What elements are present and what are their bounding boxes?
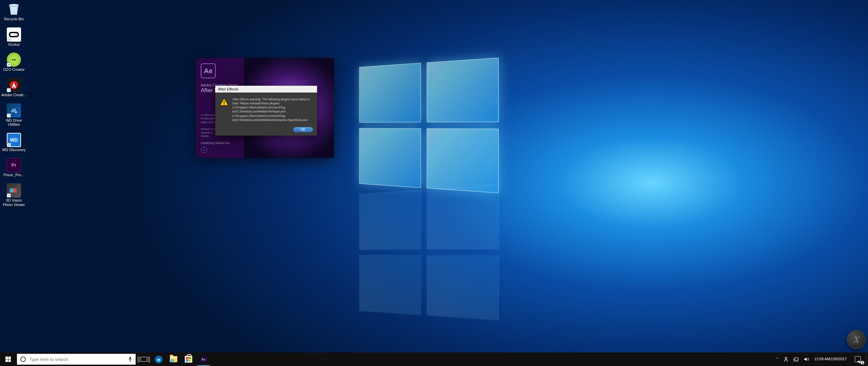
windows-logo-icon bbox=[5, 357, 11, 362]
shortcut-arrow-icon: ↗ bbox=[7, 194, 11, 198]
taskbar-app-store[interactable] bbox=[181, 352, 196, 366]
desktop-icon-wd-discovery[interactable]: WD ↗ WD Discovery bbox=[1, 133, 26, 152]
taskbar-app-file-explorer[interactable] bbox=[166, 352, 181, 366]
show-desktop-button[interactable] bbox=[866, 352, 868, 366]
desktop-icon-recycle-bin[interactable]: Recycle Bin bbox=[1, 2, 26, 21]
wd-utilities-icon: ↗ bbox=[7, 103, 21, 118]
ozo-icon: •• ↗ bbox=[7, 53, 21, 67]
recycle-bin-icon bbox=[7, 2, 21, 16]
warning-icon: ! bbox=[219, 97, 229, 107]
dialog-message-intro: After Effects warning: The following plu… bbox=[232, 98, 310, 105]
shortcut-arrow-icon: ↗ bbox=[7, 63, 11, 67]
edge-icon: e bbox=[155, 355, 162, 363]
file-explorer-icon bbox=[170, 356, 177, 362]
shortcut-arrow-icon: ↗ bbox=[7, 114, 11, 118]
desktop-icon-adobe-cc[interactable]: ↗ Adobe Creati... bbox=[1, 78, 26, 97]
floating-app-button[interactable]: X bbox=[847, 330, 866, 349]
search-input[interactable] bbox=[29, 357, 125, 362]
dialog-path-2: C:\Program Files\Adobe\Common\Plug-ins\7… bbox=[232, 114, 308, 122]
desktop-icon-label: Adobe Creati... bbox=[1, 93, 26, 97]
premiere-project-icon: Pr bbox=[7, 158, 21, 172]
tray-network-icon[interactable] bbox=[791, 352, 801, 366]
svg-rect-5 bbox=[13, 188, 17, 192]
desktop-icon-label: WD Drive Utilities bbox=[1, 118, 26, 127]
notification-badge: 3 bbox=[861, 361, 864, 364]
desktop-icon-label: OZO Creator bbox=[3, 67, 25, 72]
action-center-button[interactable]: 3 bbox=[850, 352, 866, 366]
desktop-icon-label: WD Discovery bbox=[2, 148, 26, 152]
desktop-icon-label: Pricer_Pre... bbox=[3, 173, 24, 177]
tray-clock[interactable]: 12:09 AM 12/8/2017 bbox=[811, 352, 850, 366]
task-view-button[interactable] bbox=[136, 352, 151, 366]
task-view-icon bbox=[140, 357, 147, 362]
desktop-icon-label: Recycle Bin bbox=[4, 17, 24, 21]
ae-warning-dialog: After Effects ! After Effects warning: T… bbox=[215, 86, 317, 136]
shortcut-arrow-icon: ↗ bbox=[7, 38, 11, 42]
adobe-cc-icon: ↗ bbox=[7, 78, 21, 92]
creative-cloud-icon: ∞ bbox=[201, 147, 207, 153]
desktop-icon-label: Oculus bbox=[8, 42, 20, 47]
tray-date: 12/8/2017 bbox=[830, 357, 847, 361]
dialog-title-bar[interactable]: After Effects bbox=[215, 86, 317, 93]
svg-rect-1 bbox=[9, 33, 18, 37]
dialog-path-1: C:\Program Files\Adobe\Common\Plug-ins\7… bbox=[232, 106, 286, 113]
desktop-icon-3d-vision[interactable]: ↗ 3D Vision Photo Viewer bbox=[1, 183, 26, 207]
svg-text:!: ! bbox=[223, 100, 225, 105]
taskbar-search[interactable] bbox=[17, 354, 136, 365]
tray-people-icon[interactable] bbox=[781, 352, 791, 366]
start-button[interactable] bbox=[0, 352, 16, 366]
svg-rect-4 bbox=[10, 188, 13, 192]
taskbar-app-edge[interactable]: e bbox=[151, 352, 166, 366]
dialog-message: After Effects warning: The following plu… bbox=[232, 97, 313, 122]
microphone-icon[interactable] bbox=[128, 357, 132, 362]
3d-vision-icon: ↗ bbox=[7, 183, 21, 198]
ae-logo-icon: Ae bbox=[201, 63, 216, 78]
tray-overflow-button[interactable]: ˄ bbox=[774, 352, 781, 366]
svg-rect-10 bbox=[795, 358, 798, 360]
svg-point-0 bbox=[9, 4, 19, 6]
notification-icon bbox=[855, 356, 861, 362]
wallpaper-windows-logo bbox=[359, 58, 499, 193]
svg-point-3 bbox=[15, 111, 17, 113]
system-tray: ˄ 12:09 AM 12/8/2017 3 bbox=[774, 352, 868, 366]
svg-point-8 bbox=[785, 357, 787, 359]
taskbar: e Ae ˄ 12:09 AM 12/8/2017 bbox=[0, 352, 868, 366]
desktop-icon-pricer-pre[interactable]: Pr Pricer_Pre... bbox=[1, 158, 26, 177]
after-effects-icon: Ae bbox=[200, 355, 207, 363]
tray-time: 12:09 AM bbox=[814, 357, 830, 361]
shortcut-arrow-icon: ↗ bbox=[7, 143, 11, 147]
desktop-icon-ozo-creator[interactable]: •• ↗ OZO Creator bbox=[1, 53, 26, 72]
shortcut-arrow-icon: ↗ bbox=[7, 88, 11, 92]
ok-button[interactable]: OK bbox=[293, 127, 313, 132]
taskbar-app-after-effects[interactable]: Ae bbox=[196, 352, 211, 366]
splash-status-text: Initializing MediaCore bbox=[201, 141, 329, 145]
svg-rect-7 bbox=[130, 357, 131, 360]
wd-discovery-icon: WD ↗ bbox=[7, 133, 21, 147]
desktop-icon-wd-utilities[interactable]: ↗ WD Drive Utilities bbox=[1, 103, 26, 127]
desktop-icons: Recycle Bin ↗ Oculus •• ↗ OZO Creator ↗ … bbox=[1, 2, 26, 207]
desktop-icon-label: 3D Vision Photo Viewer bbox=[1, 198, 26, 207]
desktop-icon-oculus[interactable]: ↗ Oculus bbox=[1, 27, 26, 47]
wallpaper-windows-logo-reflection bbox=[359, 185, 499, 320]
tray-volume-icon[interactable] bbox=[801, 352, 811, 366]
desktop[interactable]: Recycle Bin ↗ Oculus •• ↗ OZO Creator ↗ … bbox=[0, 0, 868, 366]
ms-store-icon bbox=[185, 356, 192, 363]
cortana-icon bbox=[20, 357, 26, 362]
oculus-icon: ↗ bbox=[7, 27, 21, 42]
